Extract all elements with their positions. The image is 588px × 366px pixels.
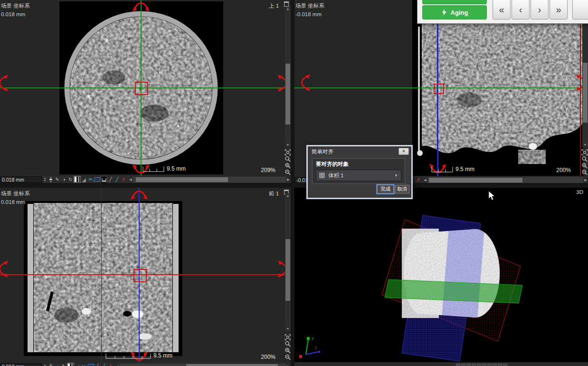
gradient-icon[interactable]: ◢ <box>74 363 80 366</box>
scrollbar-thumb[interactable] <box>285 64 290 125</box>
scrollbar-thumb[interactable] <box>583 63 588 123</box>
slice-position-input[interactable]: 0.018 mm <box>0 363 42 366</box>
slice-position-input[interactable]: 0.018 mm <box>0 176 42 183</box>
tool-icon[interactable] <box>472 364 476 366</box>
polygon-icon[interactable] <box>87 363 94 366</box>
contrast-icon[interactable]: ◑ <box>61 176 67 183</box>
tool-icon[interactable] <box>461 364 465 366</box>
scroll-right-icon[interactable]: ▶ <box>583 177 588 183</box>
rotation-center-marker[interactable] <box>434 84 444 94</box>
stepper-icon[interactable]: ▴▾ <box>43 176 47 183</box>
next-button[interactable]: › <box>531 0 549 19</box>
rotation-center-marker[interactable] <box>135 82 148 95</box>
cancel-button[interactable]: 取消 <box>395 185 409 193</box>
scroll-right-icon[interactable]: ▶ <box>286 176 291 183</box>
toolbar-button-partial[interactable] <box>572 0 588 19</box>
tool-icon[interactable] <box>466 364 471 366</box>
magnifier-icon[interactable] <box>285 156 291 162</box>
gradient-icon[interactable]: ◢ <box>81 176 87 183</box>
scroll-left-icon[interactable]: ◀ <box>423 177 427 183</box>
workflow-button-partial[interactable] <box>422 0 487 4</box>
scrollbar-thumb[interactable] <box>136 177 228 182</box>
stepper-icon[interactable]: ▴▾ <box>43 363 47 366</box>
aging-button[interactable]: Aging <box>422 5 487 19</box>
maximize-view-icon[interactable] <box>284 1 289 7</box>
viewport-front-view[interactable]: 场景 坐标系0.018 mm 前 1 9.5 mm 200% ▲ ▼ 0.018… <box>0 188 291 366</box>
fit-view-icon[interactable] <box>285 334 291 340</box>
scroll-left-icon[interactable]: ◀ <box>115 363 120 366</box>
zoom-out-icon[interactable] <box>285 169 291 175</box>
scroll-down-icon[interactable]: ▼ <box>285 327 291 331</box>
horizontal-scrollbar[interactable]: ◀ ▶ <box>423 177 588 183</box>
vertical-scrollbar[interactable]: ▲ ▼ <box>285 193 291 331</box>
vertical-scrollbar[interactable]: ▲ ▼ <box>582 7 588 147</box>
zoom-out-icon[interactable] <box>581 169 588 175</box>
rotation-center-marker[interactable] <box>133 269 147 282</box>
annotation-icon[interactable]: ✗ <box>415 177 421 183</box>
viewport-3d[interactable]: 3D y z <box>294 188 588 366</box>
rotate-handle-top[interactable] <box>130 189 149 200</box>
brush-icon[interactable]: ╱ <box>101 363 107 366</box>
slice-canvas-front[interactable]: 场景 坐标系0.018 mm 前 1 9.5 mm 200% <box>0 188 285 363</box>
first-button[interactable]: « <box>493 0 511 19</box>
magnifier-icon[interactable] <box>581 156 588 162</box>
scroll-right-icon[interactable]: ▶ <box>286 363 291 366</box>
done-button[interactable]: 完成 <box>377 185 394 193</box>
simple-alignment-dialog[interactable]: 简单对齐 ✕ 要对齐的对象 体积 1 ▼ 完成 取消 <box>306 145 413 199</box>
tool-icon[interactable] <box>477 364 481 366</box>
magnifier-icon[interactable] <box>285 341 291 347</box>
scroll-left-icon[interactable]: ◀ <box>128 176 133 183</box>
rotate-handle-left[interactable] <box>0 74 8 93</box>
scrollbar-thumb[interactable] <box>429 178 522 183</box>
floating-toolbar-window[interactable]: Aging « ‹ › » <box>417 0 588 24</box>
line-tool-icon[interactable]: ╱ <box>107 176 114 183</box>
tool-icon[interactable] <box>487 364 492 366</box>
splitter-horizontal[interactable] <box>0 183 588 188</box>
slider-icon[interactable] <box>47 176 54 183</box>
scroll-down-icon[interactable]: ▼ <box>582 143 588 147</box>
last-button[interactable]: » <box>550 0 568 19</box>
tool-icon[interactable] <box>493 364 497 366</box>
tool-icon[interactable] <box>482 364 486 366</box>
rendering-panel-icon[interactable] <box>74 176 80 183</box>
horizontal-scrollbar[interactable]: ◀ ▶ <box>128 176 291 183</box>
viewport-top-view[interactable]: 场景 坐标系0.018 mm 上 1 9.5 mm 209% ▲ ▼ 0.018… <box>0 0 291 183</box>
scrollbar-thumb[interactable] <box>285 239 290 301</box>
annotation-icon[interactable]: ✗ <box>121 176 127 183</box>
rotate-icon[interactable]: ↻ <box>67 176 74 183</box>
scroll-up-icon[interactable]: ▲ <box>285 7 291 11</box>
align-object-dropdown[interactable]: 体积 1 ▼ <box>316 170 401 181</box>
tool-icon[interactable] <box>498 364 502 366</box>
brush-icon[interactable]: ╱ <box>114 176 120 183</box>
slider-icon[interactable] <box>47 363 54 366</box>
vertical-scrollbar[interactable]: ▲ ▼ <box>285 7 291 147</box>
tool-icon[interactable] <box>456 364 460 366</box>
tool-icon[interactable] <box>503 364 507 366</box>
fit-view-icon[interactable] <box>285 149 291 155</box>
pen-icon[interactable]: ✎ <box>54 176 60 183</box>
fit-view-icon[interactable] <box>581 149 588 155</box>
caliper-icon[interactable] <box>101 176 107 183</box>
rotate-handle-left[interactable] <box>0 260 8 279</box>
scrollbar-thumb[interactable] <box>186 364 278 366</box>
rotate-handle-top[interactable] <box>132 1 151 11</box>
slice-line-dark-red[interactable] <box>101 188 102 363</box>
render-canvas-3d[interactable]: 3D y z <box>294 188 588 362</box>
zoom-in-icon[interactable] <box>285 163 291 169</box>
scissors-icon[interactable]: ✂ <box>81 363 87 366</box>
line-tool-icon[interactable]: ╱ <box>94 363 100 366</box>
rotate-icon[interactable]: ↻ <box>61 363 67 366</box>
scroll-up-icon[interactable]: ▲ <box>285 193 291 198</box>
previous-button[interactable]: ‹ <box>512 0 530 19</box>
annotation-icon[interactable]: ✗ <box>107 363 114 366</box>
zoom-out-icon[interactable] <box>285 354 291 360</box>
scroll-down-icon[interactable]: ▼ <box>285 143 291 147</box>
scissors-icon[interactable]: ✂ <box>87 176 94 183</box>
zoom-in-icon[interactable] <box>285 347 291 354</box>
rotate-handle-left[interactable] <box>300 73 310 92</box>
slice-canvas-top[interactable]: 场景 坐标系0.018 mm 上 1 9.5 mm 209% <box>0 0 285 176</box>
polygon-icon[interactable] <box>94 176 100 183</box>
horizontal-scrollbar[interactable]: ◀ ▶ <box>115 363 291 366</box>
contrast-icon[interactable]: ◑ <box>54 363 60 366</box>
close-icon[interactable]: ✕ <box>398 148 409 155</box>
